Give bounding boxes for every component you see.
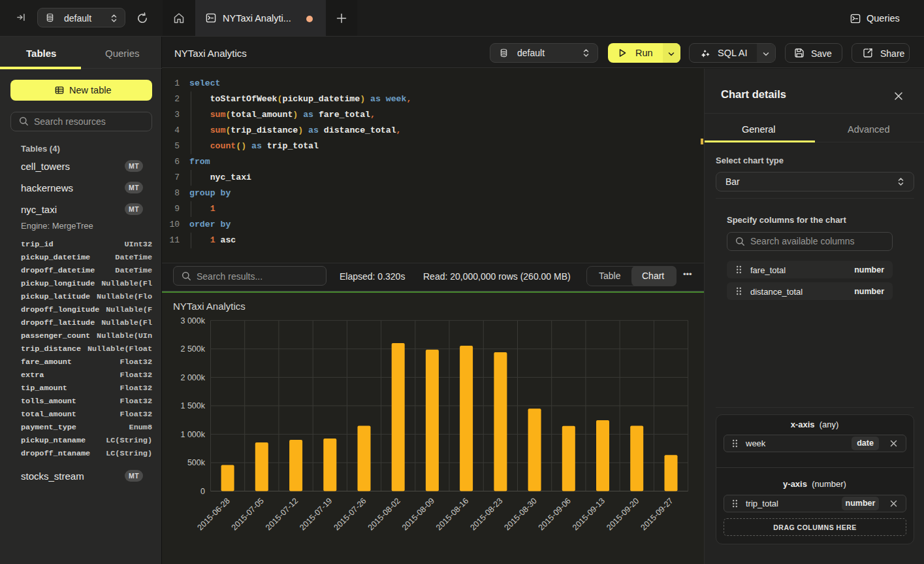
svg-text:0: 0 (200, 487, 205, 496)
svg-text:2015-09-20: 2015-09-20 (605, 496, 641, 532)
svg-text:2 500k: 2 500k (180, 344, 205, 354)
svg-text:2015-08-16: 2015-08-16 (434, 496, 470, 532)
svg-text:2 000k: 2 000k (180, 373, 205, 382)
svg-text:2015-07-05: 2015-07-05 (230, 496, 266, 532)
svg-text:2015-08-02: 2015-08-02 (366, 496, 402, 532)
svg-text:2015-09-06: 2015-09-06 (537, 496, 573, 532)
svg-text:2015-09-13: 2015-09-13 (571, 496, 607, 532)
svg-text:2015-09-27: 2015-09-27 (639, 496, 675, 532)
svg-text:1 500k: 1 500k (180, 401, 205, 410)
svg-text:2015-07-26: 2015-07-26 (332, 496, 368, 532)
svg-text:2015-06-28: 2015-06-28 (196, 496, 232, 532)
svg-text:2015-07-19: 2015-07-19 (298, 496, 334, 532)
svg-text:2015-08-09: 2015-08-09 (400, 496, 436, 532)
svg-text:2015-08-30: 2015-08-30 (503, 496, 539, 532)
svg-text:NYTaxi Analytics: NYTaxi Analytics (173, 301, 246, 312)
svg-text:2015-07-12: 2015-07-12 (264, 496, 300, 532)
svg-text:1 000k: 1 000k (180, 430, 205, 439)
svg-text:3 000k: 3 000k (180, 316, 205, 325)
svg-text:2015-08-23: 2015-08-23 (468, 496, 504, 532)
svg-text:500k: 500k (187, 458, 206, 467)
